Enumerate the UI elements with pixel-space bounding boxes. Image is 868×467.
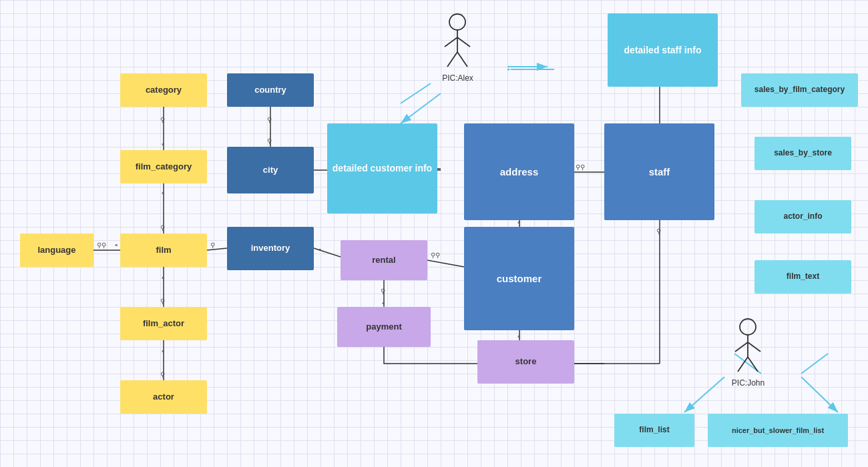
country-node[interactable]: country [227, 73, 314, 107]
svg-line-50 [447, 52, 457, 67]
alex-arrow [394, 87, 447, 127]
staff-node[interactable]: staff [604, 123, 714, 220]
inventory-node[interactable]: inventory [227, 227, 314, 270]
actor-info-node[interactable]: actor_info [754, 200, 851, 234]
actor-node[interactable]: actor [120, 380, 207, 414]
language-node[interactable]: language [20, 234, 93, 267]
svg-line-60 [738, 357, 748, 372]
svg-point-46 [449, 14, 465, 30]
alex-label: PIC:Alex [442, 73, 473, 83]
store-node[interactable]: store [477, 340, 574, 384]
svg-line-63 [684, 377, 724, 412]
film-category-node[interactable]: film_category [120, 150, 207, 183]
svg-line-61 [748, 357, 758, 372]
detailed-customer-info-node[interactable]: detailed customer info [327, 123, 437, 213]
stick-figure-john: PIC:John [730, 317, 767, 388]
sales-by-store-node[interactable]: sales_by_store [754, 137, 851, 170]
payment-node[interactable]: payment [337, 307, 431, 347]
john-arrow-left [681, 374, 734, 417]
film-text-node[interactable]: film_text [754, 260, 851, 294]
svg-line-58 [735, 342, 748, 352]
category-node[interactable]: category [120, 73, 207, 107]
rental-node[interactable]: rental [341, 240, 427, 280]
diagram-canvas: category film_category language film fil… [0, 0, 868, 467]
svg-line-65 [801, 377, 838, 412]
detailed-staff-info-node[interactable]: detailed staff info [608, 13, 718, 87]
film-actor-node[interactable]: film_actor [120, 307, 207, 340]
stick-figure-alex: PIC:Alex [439, 12, 476, 83]
svg-line-51 [457, 52, 467, 67]
staff-arrow [507, 61, 561, 78]
svg-line-53 [401, 93, 441, 123]
svg-line-48 [445, 37, 457, 47]
john-label: PIC:John [732, 378, 765, 388]
film-node[interactable]: film [120, 234, 207, 267]
svg-line-59 [748, 342, 761, 352]
svg-point-56 [740, 319, 756, 335]
john-arrow-right [798, 374, 851, 417]
film-list-node[interactable]: film_list [614, 414, 694, 447]
svg-line-49 [457, 37, 470, 47]
sales-by-film-category-node[interactable]: sales_by_film_category [741, 73, 858, 107]
nicer-but-slower-film-list-node[interactable]: nicer_but_slower_film_list [708, 414, 848, 447]
address-node[interactable]: address [464, 123, 574, 220]
city-node[interactable]: city [227, 147, 314, 193]
customer-node[interactable]: customer [464, 227, 574, 330]
